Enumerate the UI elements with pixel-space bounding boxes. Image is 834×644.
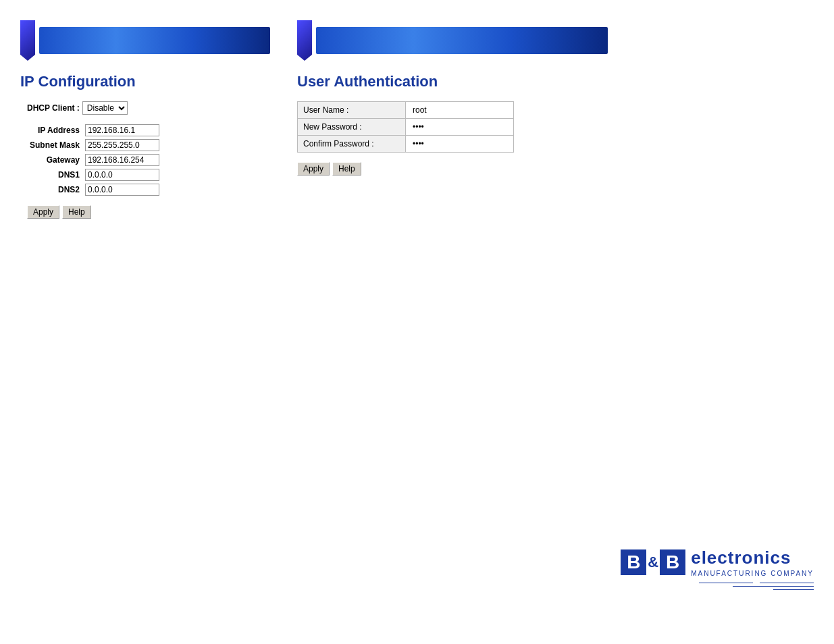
ip-config-form: DHCP Client : Disable Enable IP Address … [27, 101, 270, 219]
dns2-input[interactable] [85, 184, 159, 196]
auth-button-row: Apply Help [297, 162, 608, 176]
auth-apply-button[interactable]: Apply [297, 162, 330, 176]
logo-bb: B & B [621, 549, 685, 575]
logo-electronics-text: electronics [691, 547, 814, 568]
logo-area: B & B electronics MANUFACTURING COMPANY [621, 547, 814, 590]
ip-help-button[interactable]: Help [62, 205, 91, 219]
ip-config-panel: IP Configuration DHCP Client : Disable E… [0, 14, 290, 225]
auth-fields-table: User Name : New Password : Confirm Passw… [297, 101, 514, 153]
ip-address-input[interactable] [85, 124, 159, 136]
table-row: DNS1 [27, 167, 162, 182]
logo-b2: B [660, 549, 685, 575]
dhcp-label: DHCP Client : [27, 103, 80, 113]
auth-banner-bar [316, 27, 608, 54]
table-row: Confirm Password : [298, 136, 514, 153]
logo-link-line-4[interactable] [773, 589, 814, 590]
ip-apply-button[interactable]: Apply [27, 205, 59, 219]
dns2-label: DNS2 [27, 182, 82, 197]
table-row: New Password : [298, 119, 514, 136]
new-password-label: New Password : [298, 119, 406, 136]
table-row: Subnet Mask [27, 138, 162, 153]
logo-links-row2 [733, 586, 814, 587]
dhcp-row: DHCP Client : Disable Enable [27, 101, 270, 115]
logo-link-line-3[interactable] [733, 586, 814, 587]
logo-link-line-2[interactable] [760, 583, 814, 583]
table-row: IP Address [27, 123, 162, 138]
ip-banner-bookmark [20, 20, 35, 61]
logo-subtitle-text: MANUFACTURING COMPANY [691, 570, 814, 577]
username-input[interactable] [411, 105, 508, 115]
auth-help-button[interactable]: Help [332, 162, 361, 176]
dns1-label: DNS1 [27, 167, 82, 182]
subnet-mask-input[interactable] [85, 139, 159, 151]
ip-address-label: IP Address [27, 123, 82, 138]
new-password-input[interactable] [411, 122, 508, 132]
auth-banner-bookmark [297, 20, 312, 61]
confirm-password-input[interactable] [411, 138, 508, 149]
gateway-label: Gateway [27, 153, 82, 167]
table-row: DNS2 [27, 182, 162, 197]
dhcp-select[interactable]: Disable Enable [82, 101, 128, 115]
confirm-password-label: Confirm Password : [298, 136, 406, 153]
logo-link-line-1[interactable] [699, 583, 753, 583]
dns1-input[interactable] [85, 169, 159, 181]
logo-b1: B [621, 549, 646, 575]
ip-config-title: IP Configuration [20, 73, 270, 90]
subnet-mask-label: Subnet Mask [27, 138, 82, 153]
auth-banner [297, 20, 608, 61]
logo-links-row3 [773, 589, 814, 590]
table-row: Gateway [27, 153, 162, 167]
logo-links-row1 [699, 583, 814, 583]
user-auth-title: User Authentication [297, 73, 608, 90]
table-row: User Name : [298, 102, 514, 119]
logo-ampersand: & [648, 554, 658, 571]
ip-banner-bar [39, 27, 270, 54]
ip-config-banner [20, 20, 270, 61]
auth-form: User Name : New Password : Confirm Passw… [297, 101, 608, 176]
ip-button-row: Apply Help [27, 205, 270, 219]
user-auth-panel: User Authentication User Name : New Pass… [290, 14, 628, 225]
logo-row: B & B electronics MANUFACTURING COMPANY [621, 547, 814, 577]
username-label: User Name : [298, 102, 406, 119]
ip-fields-table: IP Address Subnet Mask Gateway DNS1 DNS2 [27, 123, 162, 197]
gateway-input[interactable] [85, 154, 159, 166]
